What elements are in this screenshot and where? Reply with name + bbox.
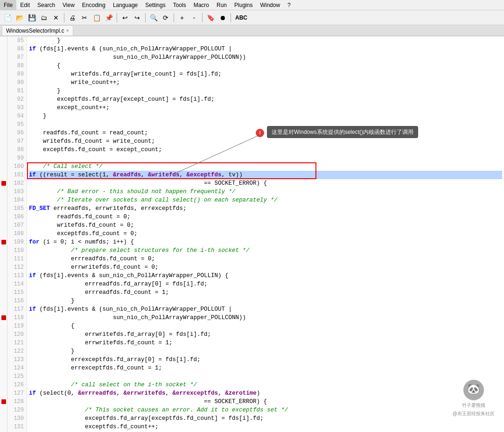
menu-help[interactable]: ? [284, 0, 294, 10]
print-button[interactable]: 🖨 [67, 12, 78, 23]
copy-button[interactable]: 📋 [91, 12, 102, 23]
bookmark-row-100 [0, 162, 7, 171]
bookmark-row-96 [0, 129, 7, 137]
line-number-102: 102 [10, 179, 24, 188]
line-number-99: 99 [10, 154, 24, 162]
menu-run[interactable]: Run [213, 0, 231, 10]
menu-file[interactable]: File [0, 0, 16, 10]
code-line-123: errexceptfds.fd_array[0] = fds[i].fd; [29, 355, 502, 364]
zoom-out-button[interactable]: - [189, 12, 200, 23]
undo-button[interactable]: ↩ [119, 12, 131, 23]
tooltip-bubble: 这里是对Windows系统提供的select()内核函数进行了调用 [267, 126, 418, 138]
code-line-127: if (select(0, &errreadfds, &errwritefds,… [29, 389, 502, 397]
bookmark-row-92 [0, 95, 7, 104]
bookmark-row-114 [0, 280, 7, 288]
bookmark-row-131 [0, 423, 7, 431]
menu-language[interactable]: Language [109, 0, 141, 10]
line-number-117: 117 [10, 305, 24, 314]
cut-button[interactable]: ✂ [79, 12, 90, 23]
line-number-96: 96 [10, 129, 24, 137]
separator-5 [202, 13, 203, 22]
tab-filename: WindowsSelectorImpl.c [6, 28, 64, 34]
save-all-button[interactable]: 🗂 [38, 12, 49, 23]
bookmark-row-115 [0, 288, 7, 297]
code-line-93: except_count++; [29, 104, 502, 112]
bookmark-row-109 [0, 238, 7, 246]
code-line-131: exceptfds.fd_count++; [29, 423, 502, 431]
tooltip-indicator: ! [256, 129, 264, 137]
code-line-102: == SOCKET_ERROR) { [29, 179, 502, 188]
code-line-105: FD_SET errreadfds, errwritefds, errexcep… [29, 204, 502, 213]
line-number-128: 128 [10, 397, 24, 406]
abc-label: ABC [233, 14, 249, 21]
new-button[interactable]: 📄 [2, 12, 13, 23]
bookmark-row-99 [0, 154, 7, 162]
bookmark-row-110 [0, 246, 7, 255]
line-number-92: 92 [10, 95, 24, 104]
bookmark-row-111 [0, 255, 7, 263]
code-line-115: errreadfds.fd_count = 1; [29, 288, 502, 297]
bookmark-row-102 [0, 179, 7, 188]
bookmark-icon-109 [1, 240, 6, 244]
code-line-104: /* Iterate over sockets and call select(… [29, 196, 502, 204]
separator-4 [174, 13, 174, 22]
replace-button[interactable]: ⟳ [160, 12, 171, 23]
editor-container: 8586878889909192939495969798991001011021… [0, 36, 504, 432]
bookmark-column [0, 36, 7, 432]
bookmark-row-126 [0, 381, 7, 389]
menu-encoding[interactable]: Encoding [78, 0, 109, 10]
watermark-icon: 🐼 [463, 380, 484, 400]
menu-search[interactable]: Search [34, 0, 59, 10]
menu-settings[interactable]: Settings [141, 0, 169, 10]
code-line-110: /* prepare select structures for the i-t… [29, 246, 502, 255]
bookmark-row-87 [0, 53, 7, 62]
save-button[interactable]: 💾 [26, 12, 37, 23]
bookmark-icon-128 [1, 399, 6, 404]
open-button[interactable]: 📂 [14, 12, 25, 23]
tab-close-button[interactable]: × [66, 28, 69, 33]
line-number-103: 103 [10, 188, 24, 196]
bookmark-row-93 [0, 104, 7, 112]
menu-view[interactable]: View [59, 0, 78, 10]
code-line-107: writefds.fd_count = 0; [29, 221, 502, 230]
bookmark-row-117 [0, 305, 7, 314]
bookmark-row-122 [0, 347, 7, 355]
line-number-95: 95 [10, 120, 24, 129]
menu-edit[interactable]: Edit [16, 0, 34, 10]
menu-plugins[interactable]: Plugins [231, 0, 256, 10]
code-line-120: errwritefds.fd_array[0] = fds[i].fd; [29, 330, 502, 339]
code-line-98: exceptfds.fd_count = except_count; [29, 146, 502, 154]
tab-windowsselectorimpl[interactable]: WindowsSelectorImpl.c × [2, 25, 73, 35]
find-button[interactable]: 🔍 [148, 12, 159, 23]
line-number-89: 89 [10, 70, 24, 78]
code-line-126: /* call select on the i-th socket */ [29, 381, 502, 389]
zoom-in-button[interactable]: + [176, 12, 188, 23]
menu-macro[interactable]: Macro [190, 0, 213, 10]
bookmark-button[interactable]: 🔖 [205, 12, 216, 23]
bookmark-row-119 [0, 322, 7, 330]
bookmark-row-85 [0, 36, 7, 45]
code-area[interactable]: } if (fds[i].events & (sun_nio_ch_PollAr… [27, 36, 504, 432]
macro-record-button[interactable]: ⏺ [217, 12, 228, 23]
bookmark-row-125 [0, 372, 7, 381]
code-line-112: errwritefds.fd_count = 0; [29, 263, 502, 272]
bookmark-row-108 [0, 230, 7, 238]
close-button[interactable]: ✕ [50, 12, 62, 23]
code-line-101: if ((result = select(1, &readfds, &write… [29, 171, 502, 179]
code-line-92: exceptfds.fd_array[except_count] = fds[i… [29, 95, 502, 104]
code-line-109: for (i = 0; i < numfds; i++) { [29, 238, 502, 246]
code-line-108: exceptfds.fd_count = 0; [29, 230, 502, 238]
line-number-115: 115 [10, 288, 24, 297]
menu-bar: File Edit Search View Encoding Language … [0, 0, 504, 10]
code-line-106: readfds.fd_count = 0; [29, 213, 502, 221]
line-number-97: 97 [10, 137, 24, 146]
line-number-116: 116 [10, 297, 24, 305]
menu-tools[interactable]: Tools [169, 0, 190, 10]
menu-window[interactable]: Window [256, 0, 284, 10]
paste-button[interactable]: 📌 [103, 12, 114, 23]
code-line-87: sun_nio_ch_PollArrayWrapper_POLLCONN)) [29, 53, 502, 62]
bookmark-row-121 [0, 339, 7, 347]
redo-button[interactable]: ↪ [132, 12, 143, 23]
bookmark-row-107 [0, 221, 7, 230]
line-numbers: 8586878889909192939495969798991001011021… [7, 36, 27, 432]
